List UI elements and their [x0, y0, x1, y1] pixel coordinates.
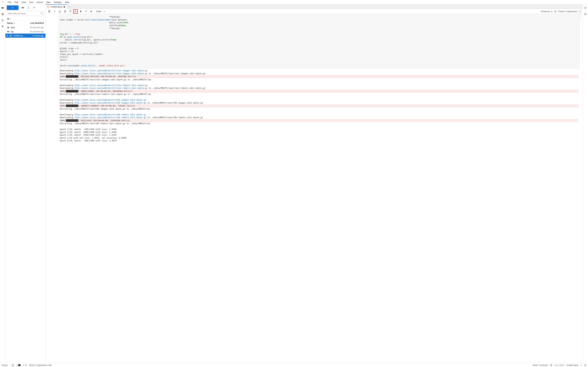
svg-rect-13: [49, 11, 50, 12]
running-icon[interactable]: [1, 13, 4, 16]
cell-type-select[interactable]: Code: [95, 10, 106, 13]
svg-point-16: [59, 12, 60, 12]
menu-edit[interactable]: Edit: [13, 0, 19, 4]
simple-toggle[interactable]: [10, 364, 14, 366]
notification-count[interactable]: 1: [581, 364, 582, 366]
file-name: log: [11, 30, 13, 33]
menu-run[interactable]: Run: [28, 0, 35, 4]
terminal-icon: >_: [18, 364, 20, 366]
menu-view[interactable]: View: [20, 0, 27, 4]
svg-point-32: [585, 8, 586, 8]
file-name: data: [11, 26, 15, 29]
menubar: File Edit View Run Kernel Tabs Settings …: [0, 0, 588, 4]
svg-point-6: [41, 13, 42, 14]
dirty-indicator-icon[interactable]: [63, 6, 65, 8]
left-activity-bar: [0, 4, 5, 363]
svg-rect-9: [10, 35, 10, 37]
refresh-icon[interactable]: [33, 6, 35, 9]
menu-help[interactable]: Help: [63, 0, 70, 4]
extensions-icon[interactable]: [1, 25, 4, 28]
new-folder-icon[interactable]: [21, 6, 24, 9]
file-row-folder[interactable]: log42 seconds ago: [5, 30, 45, 33]
svg-line-39: [586, 15, 586, 15]
filter-files-input-wrap: [7, 11, 44, 16]
code-editor[interactable]: **kwargs)test_loader = torch.utils.data.…: [58, 14, 580, 68]
run-button[interactable]: [73, 9, 78, 14]
restart-button[interactable]: [84, 9, 88, 14]
toc-icon[interactable]: [1, 19, 4, 22]
folder-icon[interactable]: [1, 6, 4, 9]
svg-line-7: [42, 14, 43, 14]
terminals-count[interactable]: 1 >_: [17, 364, 21, 366]
svg-line-28: [555, 11, 555, 11]
mode-indicator[interactable]: Mode: Command: [533, 364, 548, 366]
tab-label: Untitled.ipynb: [51, 6, 62, 8]
file-time: 55 seconds ago: [30, 26, 44, 29]
file-name: Untitled.ip…: [13, 34, 25, 37]
tab-untitled[interactable]: Untitled.ipynb: [46, 4, 67, 9]
folder-icon: [7, 18, 9, 20]
notebook-body[interactable]: ▸ Aa ab .* -/- ˄ ˅ ✕: [46, 14, 583, 363]
svg-line-37: [586, 13, 586, 14]
interrupt-button[interactable]: [78, 9, 83, 14]
property-inspector-icon[interactable]: [584, 6, 587, 9]
svg-rect-12: [49, 10, 50, 11]
header-name[interactable]: Name: [7, 22, 13, 24]
current-file[interactable]: Untitled.ipynb: [567, 364, 579, 366]
restart-run-all-button[interactable]: [89, 9, 94, 14]
notebook-icon: [47, 6, 50, 8]
insert-cell-button[interactable]: [52, 9, 57, 14]
svg-point-33: [585, 13, 586, 15]
running-dot-icon: [7, 35, 8, 36]
kernel-icon: [25, 364, 27, 366]
bell-icon[interactable]: [584, 364, 586, 366]
cut-button[interactable]: [57, 9, 62, 14]
menu-kernel[interactable]: Kernel: [35, 0, 44, 4]
copy-button[interactable]: [63, 9, 67, 14]
menu-settings[interactable]: Settings: [52, 0, 63, 4]
svg-rect-11: [48, 6, 48, 8]
save-button[interactable]: [47, 9, 52, 14]
notebook-toolbar: Code Notebook Python 3 (ipykernel): [46, 9, 583, 14]
file-row-notebook[interactable]: Untitled.ip…1 minute ago: [5, 33, 45, 38]
svg-line-29: [556, 11, 556, 11]
menu-tabs[interactable]: Tabs: [45, 0, 52, 4]
paste-button[interactable]: [68, 9, 72, 14]
code-cell[interactable]: **kwargs)test_loader = torch.utils.data.…: [58, 14, 580, 143]
svg-rect-2: [2, 14, 3, 15]
svg-point-40: [25, 364, 26, 366]
kernel-name[interactable]: Python 3 (ipykernel): [558, 10, 577, 13]
tab-bar: Untitled.ipynb +: [46, 4, 583, 9]
svg-rect-21: [64, 11, 65, 12]
svg-line-30: [555, 12, 555, 12]
kernel-status-icon[interactable]: [579, 10, 581, 13]
file-list: data55 seconds agolog42 seconds agoUntit…: [5, 25, 45, 363]
external-link-icon: [550, 10, 552, 12]
file-row-folder[interactable]: data55 seconds ago: [5, 25, 45, 30]
svg-rect-20: [65, 11, 66, 12]
trust-icon[interactable]: [550, 364, 552, 366]
svg-line-31: [556, 12, 556, 12]
search-icon: [41, 12, 43, 15]
new-launcher-button[interactable]: +: [7, 5, 18, 10]
open-notebook-link[interactable]: Notebook: [541, 10, 553, 13]
breadcrumb-root[interactable]: /: [10, 17, 11, 20]
kernels-count[interactable]: 1: [23, 364, 27, 366]
notebook-area: Untitled.ipynb + Code: [46, 4, 583, 363]
file-list-header: Name Last Modified: [5, 21, 45, 25]
breadcrumb[interactable]: /: [5, 17, 45, 21]
file-time: 42 seconds ago: [30, 31, 44, 33]
filter-files-input[interactable]: [8, 12, 41, 15]
upload-icon[interactable]: [27, 6, 30, 9]
menu-file[interactable]: File: [7, 0, 13, 4]
debugger-icon[interactable]: [554, 10, 557, 13]
svg-rect-24: [80, 11, 81, 12]
svg-point-0: [3, 1, 3, 1]
file-toolbar: +: [5, 4, 45, 11]
kernel-status-text[interactable]: Python 3 (ipykernel) | Idle: [29, 364, 52, 366]
cursor-position[interactable]: Ln 1, Col 1: [555, 364, 564, 366]
header-modified[interactable]: Last Modified: [30, 22, 44, 24]
simple-toggle-label: Simple: [2, 364, 8, 366]
tab-add-button[interactable]: +: [67, 4, 71, 9]
debugger-panel-icon[interactable]: [584, 13, 587, 16]
